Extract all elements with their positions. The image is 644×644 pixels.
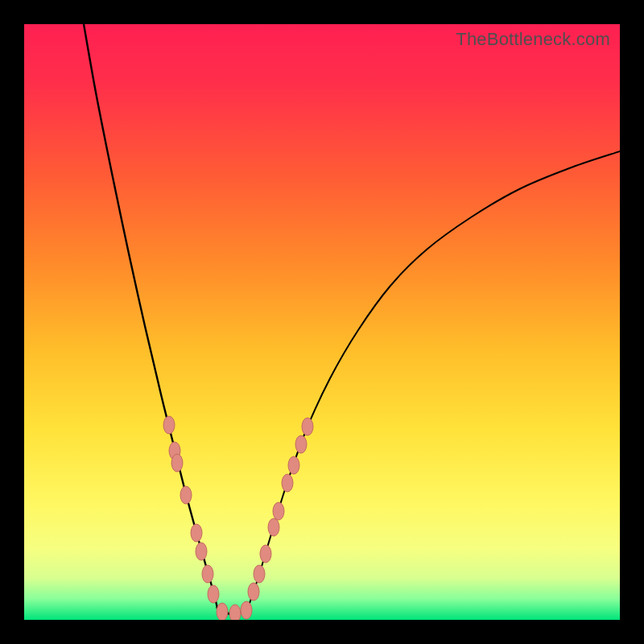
curve-layer	[24, 24, 620, 620]
chart-frame: TheBottleneck.com	[0, 0, 644, 644]
marker-point	[229, 605, 241, 620]
marker-point	[180, 486, 192, 504]
marker-point	[163, 416, 175, 434]
marker-point	[273, 502, 284, 520]
marker-point	[191, 524, 202, 542]
marker-point	[288, 456, 299, 474]
marker-point	[295, 436, 307, 453]
marker-point	[282, 474, 293, 492]
marker-point	[241, 601, 252, 619]
overlay-markers	[163, 416, 313, 620]
plot-area: TheBottleneck.com	[24, 24, 620, 620]
marker-point	[254, 565, 265, 583]
marker-point	[202, 565, 213, 583]
marker-point	[208, 585, 219, 603]
marker-point	[260, 545, 271, 563]
marker-point	[248, 583, 259, 601]
watermark-text: TheBottleneck.com	[456, 29, 610, 50]
curve-left-branch	[84, 24, 217, 608]
marker-point	[302, 418, 313, 436]
marker-point	[171, 454, 183, 472]
marker-point	[196, 543, 207, 560]
curve-right-branch	[248, 151, 620, 608]
marker-point	[217, 603, 228, 620]
marker-point	[268, 518, 279, 536]
